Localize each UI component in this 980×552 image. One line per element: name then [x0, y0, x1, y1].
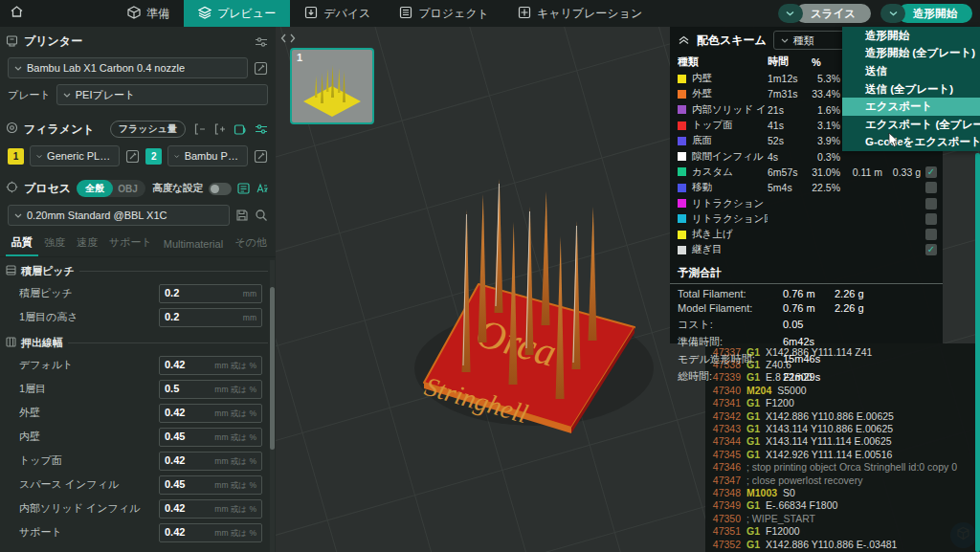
legend-row[interactable]: カスタム 6m57s 31.0% 0.11 m 0.33 g ✓ — [670, 165, 943, 180]
legend-row[interactable]: 継ぎ目 ✓ — [670, 242, 943, 257]
process-list-icon[interactable] — [237, 183, 250, 194]
gcode-line[interactable]: 47342 G1 X142.886 Y110.886 E.00625 — [705, 409, 977, 422]
param-input[interactable]: 0.45 mm 或は % — [159, 428, 262, 447]
sidebar-scrollbar-thumb[interactable] — [270, 287, 275, 450]
process-preset-select[interactable]: 0.20mm Standard @BBL X1C — [8, 205, 230, 226]
edit-filament-1-icon[interactable] — [125, 149, 140, 164]
search-icon[interactable] — [255, 209, 268, 222]
scope-global[interactable]: 全般 — [77, 180, 113, 197]
stringing-test-model[interactable]: Orca Stringhell — [383, 144, 699, 507]
right-scrollbar[interactable] — [975, 153, 980, 552]
menu-item[interactable]: 送信 (全プレート) — [842, 80, 980, 99]
plate-thumbnail-number: 1 — [297, 52, 302, 63]
ams-sync-icon[interactable] — [234, 123, 247, 136]
process-tab[interactable]: Multimaterial — [158, 233, 229, 256]
gcode-line[interactable]: 47343 G1 X143.114 Y110.886 E.00625 — [705, 422, 977, 434]
menu-item[interactable]: エクスポート (全プレート) — [842, 116, 980, 134]
gcode-line[interactable]: 47351 G1 F12000 — [705, 524, 977, 537]
feature-checkbox[interactable]: ✓ — [925, 229, 937, 240]
collapse-sidebar-icon[interactable] — [280, 30, 296, 47]
process-tab[interactable]: 強度 — [38, 231, 71, 256]
param-label: 内部ソリッド インフィル — [19, 501, 159, 516]
plate-select[interactable]: PEIプレート — [56, 84, 268, 105]
filament-2-select[interactable]: Bambu PLA Basic — [167, 145, 248, 166]
feature-checkbox[interactable]: ✓ — [925, 244, 937, 255]
param-input[interactable]: 0.42 mm 或は % — [159, 523, 262, 542]
param-row: 積層ピッチ 0.2 mm — [0, 281, 276, 305]
menu-item[interactable]: G-codeをエクスポート — [842, 134, 980, 152]
param-input[interactable]: 0.42 mm 或は % — [159, 499, 262, 519]
feature-time: 1m12s — [768, 73, 808, 84]
slice-button[interactable]: スライス — [795, 4, 871, 23]
feature-checkbox[interactable]: ✓ — [925, 166, 937, 178]
gcode-line[interactable]: 47350 ; WIPE_START — [705, 512, 977, 524]
filament-1-select[interactable]: Generic PLA Hig... — [30, 145, 120, 166]
feature-checkbox[interactable]: ✓ — [925, 213, 937, 225]
feature-checkbox[interactable]: ✓ — [925, 182, 937, 193]
scope-objects[interactable]: OBJ — [113, 182, 145, 196]
legend-row[interactable]: リトラクション ✓ — [670, 195, 943, 210]
edit-filament-2-icon[interactable] — [254, 149, 268, 164]
legend-row[interactable]: リトラクション回復 ✓ — [670, 211, 943, 227]
param-input[interactable]: 0.42 mm 或は % — [159, 452, 262, 471]
tab-project[interactable]: プロジェクト — [385, 0, 503, 27]
plate-thumbnail-preview — [292, 50, 372, 122]
gcode-line[interactable]: 47346 ; stop printing object Orca String… — [705, 461, 977, 474]
filament-slots: 1 Generic PLA Hig... 2 Bambu PLA Basic — [0, 143, 276, 169]
chevron-down-icon — [36, 154, 42, 159]
menu-item[interactable]: エクスポート — [842, 98, 980, 116]
param-input[interactable]: 0.2 mm — [159, 308, 262, 327]
printer-icon — [6, 34, 18, 50]
collapse-panel-icon[interactable] — [678, 32, 690, 49]
add-filament-icon[interactable] — [213, 123, 226, 135]
tab-calibration[interactable]: キャリブレーション — [503, 0, 657, 27]
feature-type-label: 隙間インフィル — [692, 150, 764, 164]
gcode-line[interactable]: 47347 ; close powerlost recovery — [705, 474, 977, 486]
process-scope-switch[interactable]: 全般 OBJ — [77, 180, 145, 197]
filament-2-badge[interactable]: 2 — [145, 148, 162, 165]
tab-device[interactable]: デバイス — [290, 0, 385, 27]
param-input[interactable]: 0.42 mm 或は % — [159, 404, 262, 423]
process-tab[interactable]: サポート — [103, 231, 158, 256]
param-input[interactable]: 0.5 mm 或は % — [159, 380, 262, 399]
gcode-line[interactable]: 47352 G1 X142.886 Y110.886 E-.03481 — [705, 538, 977, 550]
home-button[interactable] — [0, 5, 33, 22]
print-dropdown-button[interactable] — [880, 4, 905, 23]
filament-1-badge[interactable]: 1 — [8, 148, 24, 165]
remove-filament-icon[interactable] — [193, 123, 206, 135]
menu-item[interactable]: 造形開始 (全プレート) — [842, 45, 980, 63]
print-button[interactable]: 造形開始 — [898, 4, 972, 23]
process-tab[interactable]: 品質 — [6, 231, 38, 256]
menu-item[interactable]: 送信 — [842, 62, 980, 80]
legend-row[interactable]: 拭き上げ ✓ — [670, 227, 943, 242]
gcode-line[interactable]: 47345 G1 X142.926 Y111.114 E.00516 — [705, 448, 977, 460]
param-input[interactable]: 0.2 mm — [159, 284, 262, 303]
tab-preview[interactable]: プレビュー — [184, 0, 290, 27]
slice-dropdown-button[interactable] — [778, 4, 803, 23]
edit-printer-icon[interactable] — [254, 61, 268, 76]
legend-row[interactable]: 移動 5m4s 22.5% ✓ — [670, 180, 943, 195]
menu-item[interactable]: 造形開始 — [842, 27, 980, 45]
process-tab[interactable]: 速度 — [71, 231, 103, 256]
section-icon — [6, 265, 16, 277]
gcode-line[interactable]: 47348 M1003 S0 — [705, 486, 977, 498]
filament-settings-icon[interactable] — [255, 123, 268, 135]
chevron-down-icon — [63, 93, 71, 98]
compare-presets-icon[interactable] — [256, 183, 268, 194]
advanced-settings-toggle[interactable] — [209, 183, 232, 195]
param-input[interactable]: 0.42 mm 或は % — [159, 356, 262, 375]
feature-percent: 3.1% — [808, 120, 840, 131]
process-tab[interactable]: その他 — [229, 231, 273, 256]
feature-checkbox[interactable]: ✓ — [925, 198, 937, 210]
printer-settings-icon[interactable] — [255, 36, 268, 48]
gcode-line[interactable]: 47341 G1 F1200 — [705, 397, 977, 409]
save-preset-icon[interactable] — [235, 209, 249, 222]
gcode-line[interactable]: 47349 G1 E-.66834 F1800 — [705, 499, 977, 512]
gcode-line[interactable]: 47340 M204 S5000 — [705, 384, 977, 396]
gcode-line[interactable]: 47344 G1 X143.114 Y111.114 E.00625 — [705, 435, 977, 448]
param-input[interactable]: 0.45 mm 或は % — [159, 475, 262, 495]
flush-volume-button[interactable]: フラッシュ量 — [110, 121, 186, 138]
printer-select[interactable]: Bambu Lab X1 Carbon 0.4 nozzle — [8, 57, 248, 78]
tab-prepare[interactable]: 準備 — [113, 0, 184, 27]
plate-thumbnail[interactable]: 1 — [290, 48, 374, 124]
